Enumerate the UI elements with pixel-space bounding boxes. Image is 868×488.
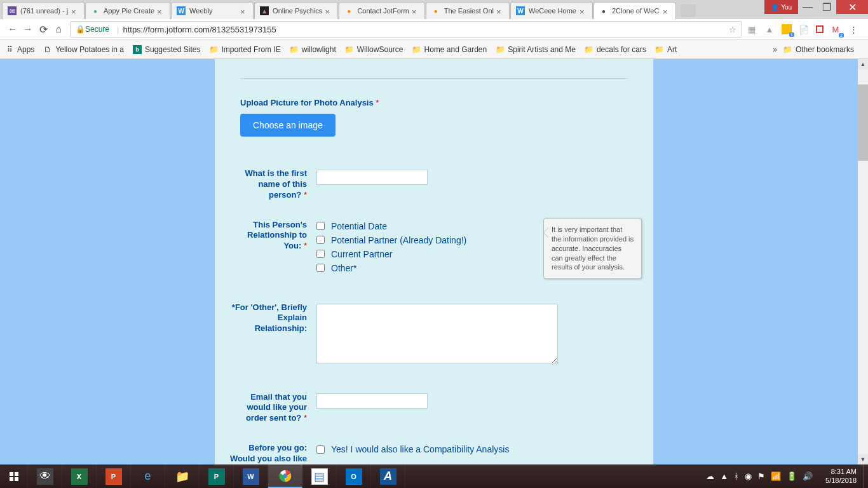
drive-icon[interactable]: ▲ bbox=[764, 24, 775, 35]
browser-chrome: ✉(761 unread) - j× ●Appy Pie Create× WWe… bbox=[0, 0, 868, 59]
tab-clone[interactable]: ●2Clone of WeC× bbox=[593, 2, 676, 19]
close-icon[interactable]: × bbox=[496, 7, 504, 15]
tray-volume-icon[interactable]: 🔊 bbox=[803, 471, 813, 481]
tray-security-icon[interactable]: ◉ bbox=[745, 471, 752, 481]
field-other-explain: *For 'Other', Briefly Explain Relationsh… bbox=[227, 302, 641, 367]
other-textarea[interactable] bbox=[316, 304, 558, 364]
option-label[interactable]: Other* bbox=[331, 263, 356, 273]
url-field[interactable]: 🔒 Secure | https://form.jotform.com/8132… bbox=[70, 21, 742, 37]
divider bbox=[240, 78, 628, 79]
choose-image-button[interactable]: Choose an image bbox=[240, 114, 336, 137]
appypie-icon: ● bbox=[91, 6, 100, 15]
taskbar-chrome[interactable] bbox=[268, 464, 302, 488]
pdf-icon[interactable]: 📄 bbox=[798, 24, 810, 35]
other-bookmarks[interactable]: 📁Other bookmarks bbox=[783, 45, 854, 54]
new-tab-button[interactable] bbox=[681, 4, 696, 17]
option-label[interactable]: Potential Date bbox=[331, 221, 387, 231]
close-icon[interactable]: × bbox=[663, 7, 670, 15]
checkbox-current-partner[interactable] bbox=[316, 250, 325, 258]
checkbox-compatibility[interactable] bbox=[316, 445, 325, 454]
checkbox-option: Yes! I would also like a Compatibility A… bbox=[316, 444, 641, 454]
taskbar-app[interactable]: ▤ bbox=[302, 464, 337, 488]
taskbar-outlook[interactable]: O bbox=[337, 464, 371, 488]
close-icon[interactable]: × bbox=[325, 7, 332, 15]
weebly-icon: W bbox=[516, 6, 525, 15]
ext-red-icon[interactable] bbox=[816, 25, 824, 33]
clock[interactable]: 8:31 AM 5/18/2018 bbox=[819, 468, 863, 484]
scrollbar[interactable]: ▲ ▼ bbox=[858, 59, 868, 464]
bookmark-folder[interactable]: 📁decals for cars bbox=[585, 45, 646, 54]
scroll-down-icon[interactable]: ▼ bbox=[858, 454, 868, 464]
menu-icon[interactable]: ⋮ bbox=[848, 24, 859, 35]
bookmark-folder[interactable]: 📁Home and Garden bbox=[412, 45, 487, 54]
option-label[interactable]: Current Partner bbox=[331, 249, 392, 259]
taskbar-powerpoint[interactable]: P bbox=[97, 464, 131, 488]
tab-title: Contact JotForm bbox=[357, 7, 409, 15]
tray-network-icon[interactable]: 📶 bbox=[771, 471, 781, 481]
taskbar-explorer[interactable]: 📁 bbox=[165, 464, 200, 488]
ext-yellow-icon[interactable]: 1 bbox=[782, 24, 792, 34]
star-icon[interactable]: ☆ bbox=[729, 25, 736, 34]
bookmark-folder[interactable]: 📁WillowSource bbox=[345, 45, 403, 54]
close-icon[interactable]: × bbox=[157, 7, 165, 15]
tray-up-icon[interactable]: ▲ bbox=[720, 471, 728, 481]
tray-flag-icon[interactable]: ⚑ bbox=[757, 471, 765, 481]
folder-icon: 📁 bbox=[585, 45, 593, 54]
tray-bluetooth-icon[interactable]: ᚼ bbox=[734, 471, 739, 481]
tab-jotform[interactable]: ●Contact JotForm× bbox=[339, 2, 424, 19]
bookmark-overflow[interactable]: » bbox=[773, 45, 777, 54]
bookmark-item[interactable]: bSuggested Sites bbox=[133, 45, 200, 54]
close-window-button[interactable]: ✕ bbox=[836, 0, 868, 14]
start-button[interactable] bbox=[0, 464, 28, 488]
bookmark-item[interactable]: 🗋Yellow Potatoes in a bbox=[43, 45, 124, 54]
forward-button[interactable]: → bbox=[20, 22, 36, 37]
taskbar-word[interactable]: W bbox=[234, 464, 268, 488]
close-icon[interactable]: × bbox=[580, 7, 587, 15]
tab-psychics[interactable]: ▲Online Psychics× bbox=[254, 2, 338, 19]
bookmark-folder[interactable]: 📁willowlight bbox=[290, 45, 336, 54]
close-icon[interactable]: × bbox=[71, 7, 79, 15]
bookmark-folder[interactable]: 📁Spirit Artists and Me bbox=[496, 45, 576, 54]
minimize-button[interactable]: — bbox=[798, 0, 817, 14]
tray-cloud-icon[interactable]: ☁ bbox=[706, 471, 714, 481]
apps-button[interactable]: ⠿Apps bbox=[5, 45, 34, 54]
taskbar-eye-app[interactable]: 👁 bbox=[28, 464, 62, 488]
checkbox-potential-partner[interactable] bbox=[316, 236, 325, 244]
tab-easiest[interactable]: ●The Easiest Onl× bbox=[426, 2, 510, 19]
user-badge[interactable]: 👤You bbox=[764, 0, 798, 14]
option-label[interactable]: Yes! I would also like a Compatibility A… bbox=[331, 444, 509, 454]
tab-title: Weebly bbox=[189, 7, 238, 15]
reload-button[interactable]: ⟳ bbox=[36, 22, 51, 37]
close-icon[interactable]: × bbox=[240, 7, 248, 15]
email-input[interactable] bbox=[316, 393, 428, 409]
ext-icon[interactable]: ▦ bbox=[746, 24, 757, 35]
option-label[interactable]: Potential Partner (Already Dating!) bbox=[331, 235, 466, 245]
apps-icon: ⠿ bbox=[5, 45, 14, 54]
tray-battery-icon[interactable]: 🔋 bbox=[787, 471, 797, 481]
home-button[interactable]: ⌂ bbox=[51, 22, 66, 37]
firstname-input[interactable] bbox=[316, 170, 428, 185]
taskbar-excel[interactable]: X bbox=[62, 464, 97, 488]
scroll-up-icon[interactable]: ▲ bbox=[858, 59, 868, 69]
back-button[interactable]: ← bbox=[5, 22, 20, 37]
taskbar-publisher[interactable]: P bbox=[200, 464, 234, 488]
tab-title: Online Psychics bbox=[273, 7, 322, 15]
maximize-button[interactable]: ❐ bbox=[817, 0, 836, 14]
bookmark-folder[interactable]: 📁Imported From IE bbox=[209, 45, 280, 54]
bookmark-folder[interactable]: 📁Art bbox=[655, 45, 677, 54]
upload-label: Upload Picture for Photo Analysis * bbox=[240, 98, 641, 109]
taskbar-app-a[interactable]: A bbox=[371, 464, 405, 488]
show-desktop-button[interactable] bbox=[863, 464, 868, 488]
tab-appypie[interactable]: ●Appy Pie Create× bbox=[85, 2, 170, 19]
tab-title: (761 unread) - j bbox=[20, 7, 69, 15]
tab-weceee[interactable]: WWeCeee Home× bbox=[510, 2, 593, 19]
tab-weebly[interactable]: WWeebly× bbox=[171, 2, 254, 19]
gmail-icon[interactable]: M2 bbox=[830, 24, 841, 35]
scrollbar-thumb[interactable] bbox=[858, 85, 868, 161]
close-icon[interactable]: × bbox=[412, 7, 419, 15]
system-tray: ☁ ▲ ᚼ ◉ ⚑ 📶 🔋 🔊 8:31 AM 5/18/2018 bbox=[700, 464, 868, 488]
taskbar-ie[interactable]: e bbox=[131, 464, 165, 488]
checkbox-potential-date[interactable] bbox=[316, 222, 325, 230]
tab-mail[interactable]: ✉(761 unread) - j× bbox=[2, 2, 85, 19]
checkbox-other[interactable] bbox=[316, 264, 325, 272]
